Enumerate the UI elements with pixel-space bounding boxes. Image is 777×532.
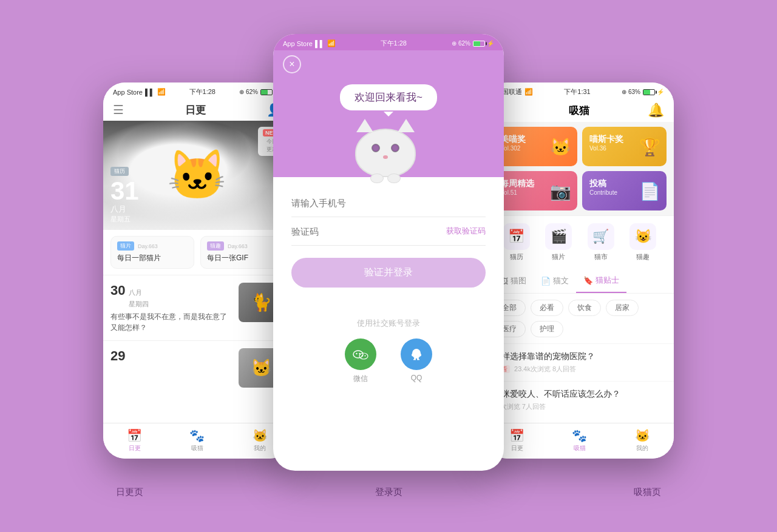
left-phone: App Store ▌▌ 📶 下午1:28 ⊕ 62% ⚡ ☰ 日更 👤 🐱 <box>103 82 291 459</box>
news-text-2: 29 <box>110 348 232 364</box>
center-bluetooth: ⊕ <box>452 40 456 47</box>
tab-cat[interactable]: 🐾 吸猫 <box>166 423 228 459</box>
right-charging: ⚡ <box>657 89 664 95</box>
article-1[interactable]: 怎样选择靠谱的宠物医院？ 必看 23.4k次浏览 8人回答 <box>486 343 674 381</box>
cat-paw-right <box>387 173 401 183</box>
calendar-label: 猫历 <box>110 167 129 176</box>
label-center: 登录页 <box>259 487 518 498</box>
right-tab-mine-icon: 🐱 <box>635 428 650 443</box>
shop-icon-label: 猫市 <box>594 252 608 261</box>
center-app-store: App Store <box>283 40 313 47</box>
phone-field <box>291 189 486 217</box>
promo-1-icon: 🐱 <box>550 136 571 157</box>
login-button[interactable]: 验证并登录 <box>291 258 486 288</box>
news-item-1[interactable]: 30 八月 星期四 有些事不是我不在意，而是我在意了又能怎样？ 🐈 <box>103 275 291 340</box>
center-battery-pct: 62% <box>458 40 470 47</box>
card-catfilm[interactable]: 猫片 Day.663 每日一部猫片 <box>110 236 194 269</box>
wechat-label: 微信 <box>353 374 368 384</box>
get-code-button[interactable]: 获取验证码 <box>446 226 486 237</box>
social-icons: 微信 QQ <box>291 338 486 384</box>
tab-daily[interactable]: 📅 日更 <box>103 423 166 459</box>
left-battery-icon <box>260 89 273 95</box>
login-banner: × 欢迎回来看我~ <box>273 50 504 177</box>
tab-catarticle[interactable]: 📄 猫文 <box>534 269 576 293</box>
news-item-2[interactable]: 29 🐱 <box>103 340 291 395</box>
left-bluetooth: ⊕ <box>239 89 244 95</box>
close-button[interactable]: × <box>283 55 301 73</box>
wechat-login[interactable]: 微信 <box>345 338 376 384</box>
tab-cat-icon: 🐾 <box>189 428 205 443</box>
cards-row: 猫片 Day.663 每日一部猫片 猫趣 Day.663 每日一张GIF <box>103 230 291 275</box>
catarticle-icon: 📄 <box>541 277 551 286</box>
news-date-1: 30 <box>110 283 125 298</box>
right-time: 下午1:31 <box>564 88 590 95</box>
filter-must[interactable]: 必看 <box>531 300 563 316</box>
welcome-text: 欢迎回来看我~ <box>355 92 422 103</box>
cat-eye-right <box>391 144 399 152</box>
left-time: 下午1:28 <box>189 88 215 95</box>
catfilm-day: Day.663 <box>138 243 158 249</box>
qq-circle <box>401 338 432 370</box>
center-status-bar: App Store ▌▌ 📶 下午1:28 ⊕ 62% ⚡ <box>273 34 504 50</box>
qq-label: QQ <box>411 374 422 382</box>
promo-weekly[interactable]: 每周精选 Vol.51 📷 <box>493 171 577 210</box>
promo-meimiaojiang[interactable]: 美喵奖 Vol.302 🐱 <box>493 127 577 166</box>
phone-input[interactable] <box>291 198 486 208</box>
card-catfun[interactable]: 猫趣 Day.663 每日一张GIF <box>200 236 284 269</box>
promo-4-icon: 📄 <box>639 181 660 201</box>
film-icon-label: 猫片 <box>552 252 565 261</box>
icon-fun[interactable]: 😺 猫趣 <box>629 223 656 261</box>
center-charging: ⚡ <box>487 40 494 47</box>
svg-rect-9 <box>413 359 416 360</box>
film-icon-box: 🎬 <box>545 223 572 250</box>
icon-calendar[interactable]: 📅 猫历 <box>503 223 530 261</box>
promo-niaosikajiang[interactable]: 喵斯卡奖 Vol.36 🏆 <box>582 127 667 166</box>
cat-nose <box>383 155 388 159</box>
promo-grid: 美喵奖 Vol.302 🐱 喵斯卡奖 Vol.36 🏆 每周精选 Vol.51 … <box>486 122 674 215</box>
catfilm-title: 每日一部猫片 <box>117 253 188 263</box>
news-content-1: 有些事不是我不在意，而是我在意了又能怎样？ <box>110 311 232 333</box>
right-phone: 中国联通 📶 下午1:31 ⊕ 63% ⚡ 吸猫 🔔 美喵奖 Vol.302 <box>486 82 674 459</box>
tab-cat-label: 吸猫 <box>191 444 203 453</box>
right-bluetooth: ⊕ <box>622 89 626 95</box>
svg-point-1 <box>356 353 357 354</box>
qq-login[interactable]: QQ <box>401 338 432 384</box>
icon-film[interactable]: 🎬 猫片 <box>545 223 572 261</box>
cat-paws <box>370 173 401 183</box>
promo-contribute[interactable]: 投稿 Contribute 📄 <box>582 171 667 210</box>
wechat-circle <box>345 338 376 370</box>
login-form: 获取验证码 验证并登录 <box>273 177 504 312</box>
center-time: 下午1:28 <box>381 39 407 47</box>
left-app-store: App Store <box>113 89 143 96</box>
left-nav-title: 日更 <box>185 103 206 117</box>
tab-daily-label: 日更 <box>129 444 141 453</box>
right-tab-mine[interactable]: 🐱 我的 <box>611 423 674 459</box>
article-1-views: 23.4k次浏览 <box>514 365 551 372</box>
filter-diet[interactable]: 饮食 <box>568 300 601 316</box>
filter-home[interactable]: 居家 <box>606 300 639 316</box>
left-wifi-icon: 📶 <box>157 88 166 96</box>
tab-cattips[interactable]: 🔖 猫贴士 <box>576 269 626 293</box>
center-battery-icon <box>473 41 485 47</box>
article-1-meta: 必看 23.4k次浏览 8人回答 <box>493 365 667 374</box>
promo-3-icon: 📷 <box>550 181 571 201</box>
article-2[interactable]: 猫咪爱咬人、不听话应该怎么办？ 8k次浏览 7人回答 <box>486 381 674 419</box>
left-status-bar: App Store ▌▌ 📶 下午1:28 ⊕ 62% ⚡ <box>103 82 291 99</box>
catarticle-label: 猫文 <box>553 275 569 286</box>
right-tab-cat-icon: 🐾 <box>572 428 587 443</box>
cat-ear-right <box>398 119 415 132</box>
right-bell-icon[interactable]: 🔔 <box>648 103 664 118</box>
tag-catfilm: 猫片 <box>117 241 134 251</box>
news-date-2: 29 <box>110 348 125 364</box>
qq-icon <box>408 346 425 363</box>
svg-rect-10 <box>417 359 419 360</box>
code-input[interactable] <box>291 226 446 237</box>
filter-care[interactable]: 护理 <box>531 321 563 337</box>
cattips-label: 猫贴士 <box>595 275 619 286</box>
tab-mine-left-label: 我的 <box>254 444 266 453</box>
right-nav: 吸猫 🔔 <box>486 99 674 122</box>
icon-shop[interactable]: 🛒 猫市 <box>588 223 614 261</box>
left-menu-icon[interactable]: ☰ <box>113 103 124 117</box>
right-tab-cat[interactable]: 🐾 吸猫 <box>548 423 611 459</box>
article-2-title: 猫咪爱咬人、不听话应该怎么办？ <box>493 389 667 400</box>
